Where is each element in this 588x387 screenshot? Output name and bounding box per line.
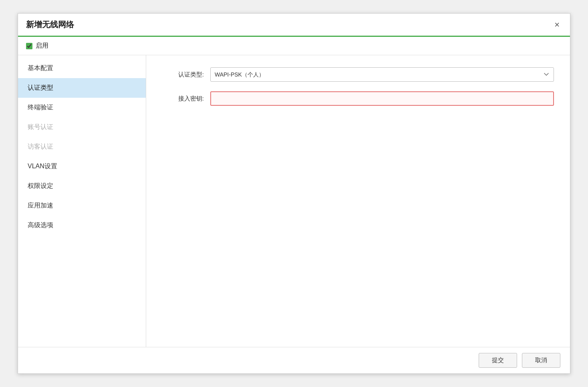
enable-row: 启用	[18, 37, 570, 55]
content-area: 认证类型: WAPI-PSK（个人） WPA-PSK（个人） WPA2-PSK（…	[146, 55, 570, 347]
sidebar-item-auth-type[interactable]: 认证类型	[18, 78, 146, 98]
sidebar-item-basic-config[interactable]: 基本配置	[18, 58, 146, 78]
sidebar-item-terminal-verify[interactable]: 终端验证	[18, 98, 146, 117]
access-key-label: 接入密钥:	[162, 95, 210, 103]
close-button[interactable]: ×	[552, 20, 562, 30]
sidebar: 基本配置 认证类型 终端验证 账号认证 访客认证 VLAN设置 权限设定 应用加…	[18, 55, 146, 347]
auth-type-select[interactable]: WAPI-PSK（个人） WPA-PSK（个人） WPA2-PSK（个人） WP…	[210, 67, 554, 82]
cancel-button[interactable]: 取消	[522, 353, 560, 368]
dialog-body: 基本配置 认证类型 终端验证 账号认证 访客认证 VLAN设置 权限设定 应用加…	[18, 55, 570, 347]
dialog-header: 新增无线网络 ×	[18, 14, 570, 37]
access-key-row: 接入密钥:	[162, 91, 554, 106]
sidebar-item-permission-settings[interactable]: 权限设定	[18, 176, 146, 196]
sidebar-item-account-auth: 账号认证	[18, 117, 146, 137]
submit-button[interactable]: 提交	[479, 353, 517, 368]
sidebar-item-vlan-settings[interactable]: VLAN设置	[18, 157, 146, 176]
sidebar-item-advanced-options[interactable]: 高级选项	[18, 216, 146, 235]
sidebar-item-app-acceleration[interactable]: 应用加速	[18, 196, 146, 216]
enable-checkbox[interactable]	[26, 43, 32, 49]
dialog-title: 新增无线网络	[26, 19, 74, 30]
enable-label: 启用	[36, 42, 48, 50]
dialog-footer: 提交 取消	[18, 347, 570, 373]
sidebar-item-guest-auth: 访客认证	[18, 137, 146, 157]
dialog-container: 新增无线网络 × 启用 基本配置 认证类型 终端验证 账号认证 访客认证 VLA…	[18, 13, 570, 374]
auth-type-row: 认证类型: WAPI-PSK（个人） WPA-PSK（个人） WPA2-PSK（…	[162, 67, 554, 82]
auth-type-label: 认证类型:	[162, 71, 210, 79]
access-key-input[interactable]	[210, 91, 554, 106]
